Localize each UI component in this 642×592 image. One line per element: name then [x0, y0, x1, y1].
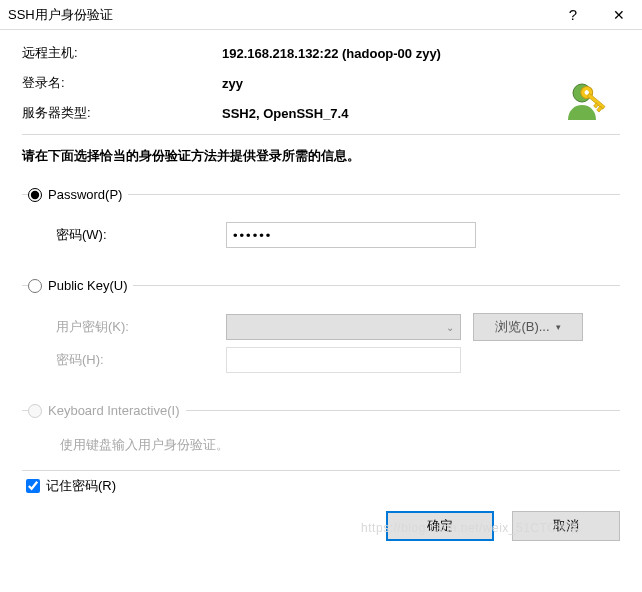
caret-down-icon: ▾ — [556, 322, 561, 332]
radio-pubkey[interactable] — [28, 279, 42, 293]
separator-2 — [22, 470, 620, 471]
row-password-field: 密码(W): — [28, 222, 614, 248]
remember-label: 记住密码(R) — [46, 477, 116, 495]
browse-button[interactable]: 浏览(B)... ▾ — [473, 313, 583, 341]
login-value: zyy — [222, 76, 243, 91]
help-button[interactable]: ? — [550, 0, 596, 30]
password-input[interactable] — [226, 222, 476, 248]
keyboard-legend[interactable]: Keyboard Interactive(I) — [28, 403, 186, 418]
keyboard-desc: 使用键盘输入用户身份验证。 — [28, 436, 614, 454]
row-userkey: 用户密钥(K): ⌄ 浏览(B)... ▾ — [28, 313, 614, 341]
password-group: Password(P) 密码(W): — [22, 187, 620, 268]
browse-button-label: 浏览(B)... — [495, 318, 549, 336]
window-title: SSH用户身份验证 — [8, 6, 113, 24]
remote-host-label: 远程主机: — [22, 44, 222, 62]
row-server-type: 服务器类型: SSH2, OpenSSH_7.4 — [22, 104, 620, 122]
window-controls: ? ✕ — [550, 0, 642, 30]
titlebar: SSH用户身份验证 ? ✕ — [0, 0, 642, 30]
userkey-label: 用户密钥(K): — [56, 318, 226, 336]
ok-button-label: 确定 — [427, 517, 453, 535]
remember-checkbox[interactable] — [26, 479, 40, 493]
server-type-value: SSH2, OpenSSH_7.4 — [222, 106, 348, 121]
close-button[interactable]: ✕ — [596, 0, 642, 30]
footer: 确定 取消 https://blog.csdn.net/weix_51CTO博客 — [0, 507, 642, 541]
user-key-icon — [560, 76, 614, 130]
cancel-button-label: 取消 — [553, 517, 579, 535]
row-pubkey-password: 密码(H): — [28, 347, 614, 373]
dialog-content: 远程主机: 192.168.218.132:22 (hadoop-00 zyy)… — [0, 30, 642, 495]
keyboard-legend-label: Keyboard Interactive(I) — [48, 403, 180, 418]
pubkey-legend-label: Public Key(U) — [48, 278, 127, 293]
password-legend[interactable]: Password(P) — [28, 187, 128, 202]
ok-button[interactable]: 确定 — [386, 511, 494, 541]
pubkey-legend[interactable]: Public Key(U) — [28, 278, 133, 293]
row-login: 登录名: zyy — [22, 74, 620, 92]
keyboard-group: Keyboard Interactive(I) 使用键盘输入用户身份验证。 — [22, 403, 620, 460]
svg-rect-6 — [597, 106, 603, 112]
login-label: 登录名: — [22, 74, 222, 92]
row-remote-host: 远程主机: 192.168.218.132:22 (hadoop-00 zyy) — [22, 44, 620, 62]
radio-keyboard — [28, 404, 42, 418]
server-type-label: 服务器类型: — [22, 104, 222, 122]
pubkey-password-label: 密码(H): — [56, 351, 226, 369]
chevron-down-icon: ⌄ — [446, 322, 454, 333]
cancel-button[interactable]: 取消 — [512, 511, 620, 541]
userkey-combo[interactable]: ⌄ — [226, 314, 461, 340]
pubkey-password-input — [226, 347, 461, 373]
pubkey-group: Public Key(U) 用户密钥(K): ⌄ 浏览(B)... ▾ 密码(H… — [22, 278, 620, 393]
radio-password[interactable] — [28, 188, 42, 202]
password-field-label: 密码(W): — [56, 226, 226, 244]
password-legend-label: Password(P) — [48, 187, 122, 202]
remote-host-value: 192.168.218.132:22 (hadoop-00 zyy) — [222, 46, 441, 61]
remember-row: 记住密码(R) — [26, 477, 620, 495]
instruction-text: 请在下面选择恰当的身份验证方法并提供登录所需的信息。 — [22, 147, 620, 165]
separator — [22, 134, 620, 135]
